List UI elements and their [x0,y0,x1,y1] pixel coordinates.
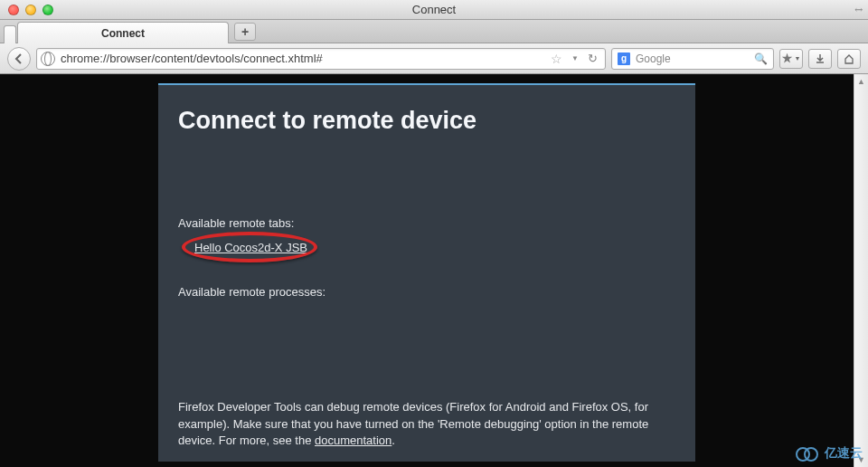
vertical-scrollbar[interactable]: ▲ ▼ [854,74,868,467]
urlbar-actions: ☆ ▼ ↻ [551,52,601,66]
url-bar[interactable]: chrome://browser/content/devtools/connec… [36,48,606,70]
window-title: Connect [0,3,868,16]
available-processes-label: Available remote processes: [178,285,675,299]
search-placeholder: Google [636,52,671,65]
minimize-window-button[interactable] [25,5,36,15]
dropdown-caret-icon: ▼ [795,55,801,62]
new-tab-button[interactable]: + [234,23,256,41]
bookmark-button[interactable]: ▼ [779,49,803,69]
back-arrow-icon [14,53,24,64]
tab-bar: Connect + [0,20,868,43]
downloads-button[interactable] [808,49,832,69]
search-magnifier-icon[interactable]: 🔍 [754,52,768,65]
close-window-button[interactable] [8,5,19,15]
connect-panel: Connect to remote device Available remot… [158,83,695,462]
home-button[interactable] [837,49,861,69]
available-tabs-label: Available remote tabs: [178,216,675,230]
search-engine-icon: g [618,52,630,65]
scroll-down-arrow-icon[interactable]: ▼ [854,453,868,467]
documentation-link[interactable]: documentation [315,434,392,447]
info-text-part2: . [392,434,395,447]
traffic-lights [0,5,53,15]
remote-tab-link[interactable]: Hello Cocos2d-X JSB [194,241,307,254]
globe-icon [41,52,55,66]
fullscreen-icon[interactable]: ⤢ [852,3,866,17]
download-arrow-icon [815,53,826,64]
remote-tab-link-text: Hello Cocos2d-X JSB [194,241,307,254]
home-icon [844,53,854,64]
browser-tab-active[interactable]: Connect [17,22,229,43]
content-area: Connect to remote device Available remot… [0,74,868,467]
info-text: Firefox Developer Tools can debug remote… [178,399,675,449]
scroll-up-arrow-icon[interactable]: ▲ [854,74,868,89]
page-title: Connect to remote device [178,107,675,135]
info-text-part1: Firefox Developer Tools can debug remote… [178,400,648,446]
bookmark-star-icon[interactable]: ☆ [551,52,562,66]
zoom-window-button[interactable] [42,5,53,15]
url-text: chrome://browser/content/devtools/connec… [61,52,323,65]
back-button[interactable] [7,47,31,71]
content-viewport: Connect to remote device Available remot… [0,74,854,467]
tab-list-button[interactable] [4,25,16,43]
reload-icon[interactable]: ↻ [588,52,598,65]
tab-title: Connect [101,27,145,40]
star-icon [782,53,793,64]
navigation-toolbar: chrome://browser/content/devtools/connec… [0,43,868,74]
window-titlebar: Connect ⤢ [0,0,868,20]
url-dropdown-icon[interactable]: ▼ [571,54,579,62]
search-bar[interactable]: g Google 🔍 [611,48,774,70]
